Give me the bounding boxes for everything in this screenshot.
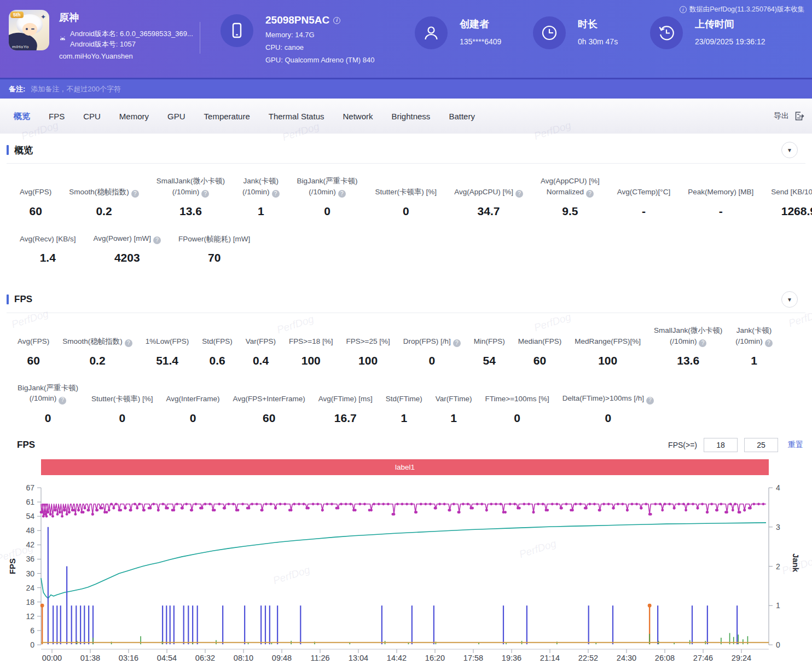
help-icon[interactable]: ?: [153, 236, 161, 244]
jank-axis-tick: 1: [776, 601, 780, 610]
fps-section-header: FPS ▼: [0, 283, 812, 313]
stat-label: Avg(Power) [mW]?: [94, 233, 161, 244]
x-axis-tick: 27:46: [693, 654, 713, 662]
clock-icon: [533, 16, 566, 49]
overview-r1-stat-5: Stutter(卡顿率) [%]0: [367, 176, 446, 218]
app-info-group: ✦ 5th miHoYo 原神 Android版本名: 6.0.0_365985…: [9, 10, 193, 60]
tab-brightness[interactable]: Brightness: [392, 112, 431, 121]
x-axis-tick: 24:30: [617, 654, 636, 662]
section-accent-bar: [7, 294, 9, 304]
blue-spikes-series: [48, 527, 737, 644]
app-package: com.miHoYo.Yuanshen: [59, 52, 193, 60]
fps-stats-row-1: Avg(FPS)60Smooth(稳帧指数)?0.21%Low(FPS)51.4…: [0, 325, 812, 367]
tab-thermal-status[interactable]: Thermal Status: [269, 112, 324, 121]
stat-value: 70: [178, 251, 250, 264]
stat-value: 0: [485, 412, 549, 425]
stat-label: FTime>=100ms [%]: [485, 394, 549, 405]
help-icon[interactable]: ?: [765, 339, 773, 347]
stat-value: 60: [233, 412, 305, 425]
tab-cpu[interactable]: CPU: [83, 112, 101, 121]
tab-overview[interactable]: 概览: [14, 111, 30, 122]
help-icon[interactable]: ?: [586, 190, 594, 198]
overview-r2-stat-2: FPower(帧能耗) [mW]70: [170, 233, 259, 264]
device-cpu: CPU: canoe: [265, 41, 374, 54]
jank-axis-tick: 2: [776, 562, 780, 570]
divider: [7, 313, 805, 313]
history-clock-icon: [650, 16, 683, 49]
chart-label-banner[interactable]: label1: [41, 459, 769, 475]
stat-label: SmallJank(微小卡顿)(/10min)?: [654, 325, 722, 347]
fps-axis-tick: 54: [26, 512, 34, 521]
tab-temperature[interactable]: Temperature: [204, 112, 250, 121]
tab-gpu[interactable]: GPU: [167, 112, 185, 121]
stat-label: Stutter(卡顿率) [%]: [91, 394, 153, 405]
stat-label: Avg(FPS+InterFrame): [233, 394, 305, 405]
fps-threshold-input-1[interactable]: [704, 438, 738, 452]
help-icon[interactable]: ?: [59, 397, 66, 405]
stat-label: Jank(卡顿)(/10min)?: [242, 176, 280, 198]
x-axis-tick: 09:48: [272, 654, 292, 662]
tab-memory[interactable]: Memory: [119, 112, 149, 121]
reset-button[interactable]: 重置: [788, 440, 803, 450]
help-icon[interactable]: ?: [515, 190, 523, 198]
x-axis-tick: 08:10: [234, 654, 253, 662]
fps-axis-tick: 30: [26, 569, 34, 577]
remark-input[interactable]: [31, 85, 803, 93]
help-icon[interactable]: ?: [272, 190, 280, 198]
section-accent-bar: [7, 145, 9, 155]
fps-r2-stat-7: FTime>=100ms [%]0: [479, 383, 556, 425]
jank-axis-tick: 3: [776, 522, 780, 531]
stat-label: Avg(FTime) [ms]: [318, 394, 373, 405]
help-icon[interactable]: ?: [646, 397, 654, 405]
overview-r1-stat-4: BigJank(严重卡顿)(/10min)?0: [288, 176, 367, 218]
orange-spikes-series: [40, 604, 652, 644]
export-button[interactable]: 导出: [774, 111, 804, 122]
stat-label: Drop(FPS) [/h]?: [403, 336, 461, 347]
help-icon[interactable]: ?: [453, 339, 461, 347]
device-info-icon[interactable]: i: [333, 17, 340, 24]
help-icon[interactable]: ?: [699, 339, 706, 347]
fps-r2-stat-0: BigJank(严重卡顿)(/10min)?0: [11, 383, 85, 425]
fps-chart-plot[interactable]: 06121824303642485461670123400:0001:3803:…: [0, 475, 812, 663]
stat-label: Avg(InterFrame): [166, 394, 220, 405]
help-icon[interactable]: ?: [338, 190, 346, 198]
stat-value: 0.6: [202, 354, 233, 367]
stat-label: Smooth(稳帧指数)?: [69, 187, 139, 198]
upload-time-group: 上传时间 23/09/2025 19:36:12: [650, 16, 765, 49]
overview-collapse-button[interactable]: ▼: [781, 142, 798, 158]
stat-value: 1: [386, 412, 422, 425]
fps-r1-stat-1: Smooth(稳帧指数)?0.2: [56, 325, 139, 367]
help-icon[interactable]: ?: [131, 190, 139, 198]
export-label: 导出: [774, 111, 789, 121]
fps-collapse-button[interactable]: ▼: [781, 291, 798, 308]
stat-value: -: [688, 205, 753, 218]
duration-value: 0h 30m 47s: [578, 37, 618, 46]
stat-label: FPower(帧能耗) [mW]: [178, 234, 250, 245]
device-memory: Memory: 14.7G: [265, 28, 374, 41]
android-version-code: Android版本号: 1057: [70, 39, 193, 49]
fps-r1-stat-10: MedRange(FPS)[%]100: [568, 325, 647, 367]
fps-r2-stat-3: Avg(FPS+InterFrame)60: [227, 383, 312, 425]
overview-stats-row-2: Avg(Recv) [KB/s]1.4Avg(Power) [mW]?4203F…: [0, 233, 812, 264]
x-axis-tick: 22:52: [578, 654, 598, 662]
fps-r1-stat-7: Drop(FPS) [/h]?0: [397, 325, 467, 367]
tab-network[interactable]: Network: [343, 112, 373, 121]
stat-label: BigJank(严重卡顿)(/10min)?: [18, 383, 78, 405]
help-icon[interactable]: ?: [125, 339, 132, 347]
overview-section-header: 概览 ▼: [0, 134, 812, 163]
stat-value: 1: [436, 412, 472, 425]
tab-fps[interactable]: FPS: [49, 112, 65, 121]
stat-value: 100: [289, 354, 333, 367]
fps-threshold-input-2[interactable]: [744, 438, 778, 452]
creator-value: 135****6409: [460, 37, 501, 46]
fps-axis-tick: 42: [26, 540, 34, 549]
x-axis-tick: 01:38: [80, 654, 100, 662]
help-icon[interactable]: ?: [201, 190, 209, 198]
fps-r1-stat-3: Std(FPS)0.6: [195, 325, 239, 367]
stat-value: 13.6: [156, 205, 225, 218]
remark-label: 备注:: [9, 84, 25, 94]
tab-battery[interactable]: Battery: [449, 112, 475, 121]
stat-label: Avg(AppCPU) [%]Normalized?: [541, 176, 600, 198]
stat-value: 9.5: [541, 205, 600, 218]
duration-group: 时长 0h 30m 47s: [533, 16, 618, 49]
